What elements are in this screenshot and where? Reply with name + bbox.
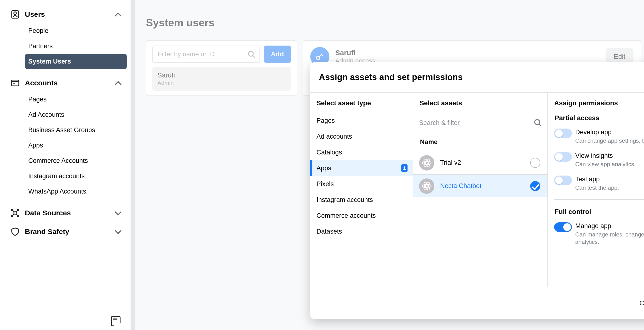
asset-name: Trial v2 xyxy=(440,159,461,166)
sidebar-section-header-users[interactable]: Users xyxy=(9,6,127,23)
asset-type-badge: 1 xyxy=(401,164,408,172)
permissions-title: Assign permissions xyxy=(548,93,644,113)
sidebar-item-label: Instagram accounts xyxy=(28,172,85,180)
svg-point-11 xyxy=(426,161,428,164)
asset-search-input[interactable] xyxy=(419,119,542,127)
asset-type-label: Ad accounts xyxy=(316,133,352,140)
modal-title: Assign assets and set permissions xyxy=(319,72,463,82)
svg-rect-2 xyxy=(11,80,19,86)
asset-type-commerce-accounts[interactable]: Commerce accounts xyxy=(310,208,413,223)
perm-toggle[interactable] xyxy=(554,176,572,185)
svg-point-1 xyxy=(14,12,16,15)
permissions-column: Assign permissions Partial access Develo… xyxy=(548,93,644,287)
perm-view-insights: View insights Can view app analytics. xyxy=(554,148,644,172)
perm-toggle[interactable] xyxy=(554,152,572,162)
assets-column: Select assets Name Trial v2 xyxy=(413,93,548,287)
main: System users Add Sarufi Admin xyxy=(135,0,644,330)
perm-title: View insights xyxy=(575,152,636,159)
shield-icon xyxy=(10,227,20,237)
perm-test-app: Test app Can test the app. xyxy=(554,172,644,195)
svg-point-10 xyxy=(535,120,540,125)
sidebar-section-label: Users xyxy=(25,10,45,19)
svg-point-4 xyxy=(11,209,13,211)
asset-row[interactable]: Trial v2 xyxy=(413,151,548,174)
perm-desc: Can change app settings, test the app an… xyxy=(575,137,644,144)
sidebar-item-label: People xyxy=(28,27,48,35)
sidebar-item-business-asset-groups[interactable]: Business Asset Groups xyxy=(25,122,127,138)
sidebar-item-system-users[interactable]: System Users xyxy=(25,54,127,69)
help-book-icon[interactable] xyxy=(111,316,120,326)
users-icon xyxy=(10,9,20,20)
sidebar-item-label: WhatsApp Accounts xyxy=(28,188,86,195)
sidebar-section-header-accounts[interactable]: Accounts xyxy=(9,74,127,92)
asset-type-column: Select asset type Pages Ad accounts Cata… xyxy=(310,93,413,287)
sidebar-section-header-brand-safety[interactable]: Brand Safety xyxy=(9,223,127,240)
asset-checkbox[interactable] xyxy=(530,181,540,191)
perm-title: Test app xyxy=(575,176,619,183)
asset-type-apps[interactable]: Apps 1 xyxy=(310,160,413,176)
app-icon xyxy=(419,178,434,194)
perm-toggle[interactable] xyxy=(554,129,572,138)
sidebar-section-brand-safety: Brand Safety xyxy=(9,223,127,240)
sidebar-item-pages[interactable]: Pages xyxy=(25,92,127,107)
svg-point-15 xyxy=(426,185,428,187)
chevron-up-icon xyxy=(115,12,122,17)
app-icon xyxy=(419,155,434,171)
asset-type-instagram-accounts[interactable]: Instagram accounts xyxy=(310,192,413,208)
search-icon xyxy=(534,119,542,129)
sidebar-section-header-data-sources[interactable]: Data Sources xyxy=(9,204,127,222)
sidebar-section-label: Accounts xyxy=(25,79,58,87)
sidebar-section-label: Data Sources xyxy=(25,209,71,217)
perm-desc: Can test the app. xyxy=(575,184,619,191)
partial-access-title: Partial access xyxy=(554,113,644,125)
perm-toggle[interactable] xyxy=(554,222,572,232)
assign-assets-modal: Assign assets and set permissions Select… xyxy=(310,62,644,319)
cancel-button[interactable]: Cancel xyxy=(631,294,644,312)
chevron-down-icon xyxy=(115,211,122,215)
sidebar-section-data-sources: Data Sources xyxy=(9,204,127,222)
svg-point-5 xyxy=(17,209,19,211)
data-sources-icon xyxy=(10,208,20,218)
sidebar-item-people[interactable]: People xyxy=(25,23,127,38)
sidebar-item-partners[interactable]: Partners xyxy=(25,38,127,54)
sidebar: Users People Partners System Users Accou… xyxy=(0,0,135,330)
sidebar-item-label: Business Asset Groups xyxy=(28,126,95,134)
perm-manage-app: Manage app Can manage roles, change app … xyxy=(554,218,644,249)
sidebar-item-commerce-accounts[interactable]: Commerce Accounts xyxy=(25,153,127,168)
sidebar-item-label: Ad Accounts xyxy=(28,111,64,119)
sidebar-item-whatsapp-accounts[interactable]: WhatsApp Accounts xyxy=(25,184,127,199)
sidebar-item-label: Partners xyxy=(28,43,53,50)
asset-type-label: Pages xyxy=(316,117,335,125)
asset-name: Necta Chatbot xyxy=(440,182,482,190)
asset-type-label: Catalogs xyxy=(316,149,342,156)
perm-title: Manage app xyxy=(575,222,644,230)
asset-type-pages[interactable]: Pages xyxy=(310,113,413,129)
chevron-up-icon xyxy=(115,81,122,85)
perm-desc: Can manage roles, change app settings, t… xyxy=(575,231,644,246)
accounts-icon xyxy=(10,78,20,88)
asset-type-pixels[interactable]: Pixels xyxy=(310,176,413,192)
asset-row[interactable]: Necta Chatbot xyxy=(413,174,548,197)
asset-type-label: Apps xyxy=(316,165,331,172)
asset-checkbox[interactable] xyxy=(530,158,540,168)
chevron-down-icon xyxy=(115,229,122,234)
sidebar-item-label: Commerce Accounts xyxy=(28,157,88,165)
sidebar-item-ad-accounts[interactable]: Ad Accounts xyxy=(25,107,127,122)
asset-type-catalogs[interactable]: Catalogs xyxy=(310,144,413,160)
sidebar-item-apps[interactable]: Apps xyxy=(25,138,127,153)
assets-table-header: Name xyxy=(413,133,548,151)
sidebar-section-users: Users People Partners System Users xyxy=(9,6,127,73)
asset-type-label: Datasets xyxy=(316,228,342,235)
sidebar-item-label: Apps xyxy=(28,142,43,149)
sidebar-item-label: System Users xyxy=(28,58,71,65)
perm-desc: Can view app analytics. xyxy=(575,160,636,168)
full-control-title: Full control xyxy=(554,201,644,218)
sidebar-item-instagram-accounts[interactable]: Instagram accounts xyxy=(25,168,127,184)
sidebar-item-label: Pages xyxy=(28,96,47,103)
asset-type-datasets[interactable]: Datasets xyxy=(310,223,413,239)
sidebar-section-accounts: Accounts Pages Ad Accounts Business Asse… xyxy=(9,74,127,203)
perm-develop-app: Develop app Can change app settings, tes… xyxy=(554,125,644,148)
svg-point-6 xyxy=(11,215,13,217)
asset-type-ad-accounts[interactable]: Ad accounts xyxy=(310,129,413,144)
assets-title: Select assets xyxy=(413,93,548,113)
